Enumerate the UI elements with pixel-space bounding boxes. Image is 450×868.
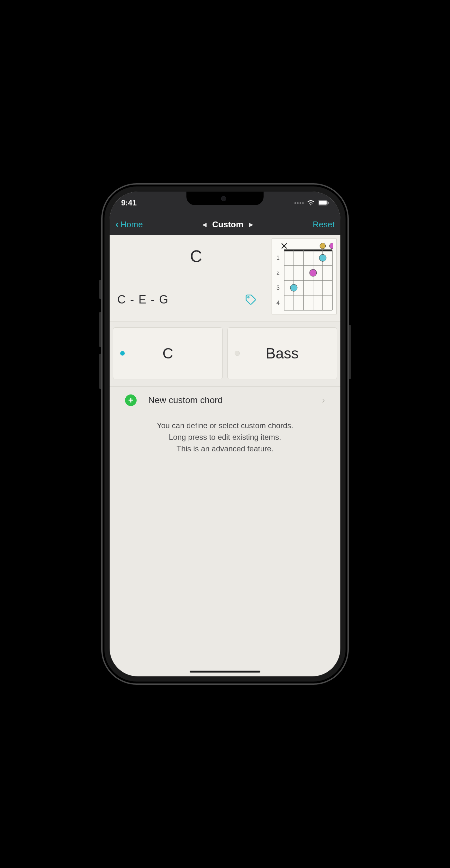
root-selector[interactable]: C (113, 327, 223, 379)
page-title: Custom (212, 220, 243, 229)
svg-rect-1 (319, 201, 327, 205)
new-custom-chord-row[interactable]: + New custom chord › (117, 387, 333, 414)
svg-point-21 (320, 243, 326, 249)
hint-line: Long press to edit existing items. (123, 431, 327, 443)
wifi-icon (307, 198, 315, 207)
svg-point-22 (329, 243, 333, 249)
selector-row: C Bass (109, 321, 341, 387)
svg-rect-2 (328, 202, 329, 204)
inactive-dot-icon (235, 351, 240, 356)
chevron-left-icon: ‹ (116, 219, 119, 229)
svg-point-24 (310, 270, 317, 277)
back-label: Home (121, 220, 143, 229)
side-button (99, 312, 101, 347)
battery-icon (318, 198, 329, 207)
reset-label: Reset (313, 220, 334, 229)
svg-text:4: 4 (277, 300, 280, 306)
hint-line: You can define or select custom chords. (123, 420, 327, 431)
next-chord-button[interactable]: ▶ (249, 221, 253, 227)
chevron-right-icon: › (322, 395, 325, 405)
phone-frame: 9:41 ‹ Home ◀ (101, 183, 349, 685)
notch (186, 192, 264, 205)
plus-icon: + (125, 395, 137, 406)
bass-label: Bass (266, 345, 299, 362)
hint-text: You can define or select custom chords. … (109, 414, 341, 460)
svg-point-25 (290, 284, 297, 291)
reset-button[interactable]: Reset (313, 220, 334, 229)
back-button[interactable]: ‹ Home (116, 219, 143, 229)
svg-point-23 (319, 254, 326, 261)
new-chord-label: New custom chord (148, 395, 322, 405)
side-button (99, 280, 101, 299)
chord-summary: C C - E - G 1234 (109, 235, 341, 321)
hint-line: This is an advanced feature. (123, 443, 327, 455)
svg-text:1: 1 (277, 255, 280, 261)
nav-bar: ‹ Home ◀ Custom ▶ Reset (109, 214, 341, 235)
active-dot-icon (120, 351, 125, 355)
chord-diagram[interactable]: 1234 (271, 239, 336, 314)
tag-icon[interactable] (245, 293, 257, 307)
screen: 9:41 ‹ Home ◀ (109, 192, 341, 676)
home-indicator[interactable] (190, 671, 260, 673)
chord-notes: C - E - G (117, 293, 169, 306)
svg-point-3 (248, 297, 249, 298)
cellular-icon (294, 202, 304, 204)
svg-text:3: 3 (277, 284, 280, 291)
camera-icon (221, 196, 226, 201)
side-button (99, 353, 101, 389)
bass-selector[interactable]: Bass (227, 327, 337, 379)
prev-chord-button[interactable]: ◀ (202, 221, 206, 227)
chord-name: C (190, 247, 260, 266)
status-time: 9:41 (121, 198, 137, 207)
side-button (349, 325, 351, 379)
root-label: C (162, 345, 173, 362)
svg-text:2: 2 (277, 270, 280, 276)
